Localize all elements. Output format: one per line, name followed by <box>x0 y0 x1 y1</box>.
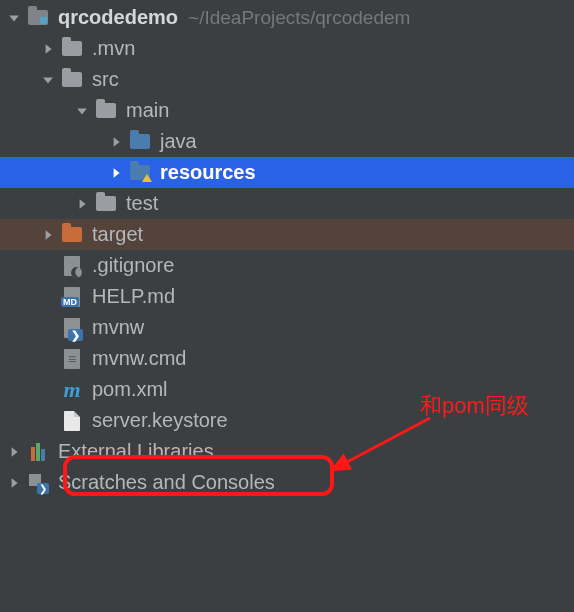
source-folder-icon <box>128 130 152 154</box>
node-label: mvnw.cmd <box>92 347 186 370</box>
scratches-icon <box>26 471 50 495</box>
text-file-icon <box>60 347 84 371</box>
node-label: pom.xml <box>92 378 168 401</box>
chevron-right-icon[interactable] <box>108 134 124 150</box>
tree-node-main[interactable]: main <box>0 95 574 126</box>
tree-node-test[interactable]: test <box>0 188 574 219</box>
tree-node-pom[interactable]: m pom.xml <box>0 374 574 405</box>
node-label: HELP.md <box>92 285 175 308</box>
folder-icon <box>94 192 118 216</box>
project-tree[interactable]: qrcodedemo ~/IdeaProjects/qrcodedem .mvn… <box>0 0 574 498</box>
tree-node-resources[interactable]: resources <box>0 157 574 188</box>
libraries-icon <box>26 440 50 464</box>
markdown-file-icon <box>60 285 84 309</box>
node-label: server.keystore <box>92 409 228 432</box>
chevron-down-icon[interactable] <box>74 103 90 119</box>
node-label: target <box>92 223 143 246</box>
gitignore-file-icon <box>60 254 84 278</box>
chevron-right-icon[interactable] <box>40 41 56 57</box>
chevron-right-icon[interactable] <box>74 196 90 212</box>
chevron-right-icon[interactable] <box>108 165 124 181</box>
maven-file-icon: m <box>60 378 84 402</box>
tree-node-java[interactable]: java <box>0 126 574 157</box>
folder-icon <box>60 37 84 61</box>
tree-node-src[interactable]: src <box>0 64 574 95</box>
chevron-right-icon[interactable] <box>6 444 22 460</box>
node-label: test <box>126 192 158 215</box>
tree-node-project-root[interactable]: qrcodedemo ~/IdeaProjects/qrcodedem <box>0 2 574 33</box>
node-label: .gitignore <box>92 254 174 277</box>
project-name: qrcodedemo <box>58 6 178 29</box>
node-label: Scratches and Consoles <box>58 471 275 494</box>
excluded-folder-icon <box>60 223 84 247</box>
tree-node-target[interactable]: target <box>0 219 574 250</box>
node-label: resources <box>160 161 256 184</box>
folder-icon <box>60 68 84 92</box>
tree-node-mvn[interactable]: .mvn <box>0 33 574 64</box>
node-label: .mvn <box>92 37 135 60</box>
tree-node-mvnw[interactable]: mvnw <box>0 312 574 343</box>
module-folder-icon <box>26 6 50 30</box>
tree-node-server-keystore[interactable]: server.keystore <box>0 405 574 436</box>
resources-folder-icon <box>128 161 152 185</box>
chevron-down-icon[interactable] <box>40 72 56 88</box>
chevron-down-icon[interactable] <box>6 10 22 26</box>
tree-node-help-md[interactable]: HELP.md <box>0 281 574 312</box>
project-path-hint: ~/IdeaProjects/qrcodedem <box>188 7 410 29</box>
plain-file-icon <box>60 409 84 433</box>
shell-file-icon <box>60 316 84 340</box>
node-label: src <box>92 68 119 91</box>
folder-icon <box>94 99 118 123</box>
chevron-right-icon[interactable] <box>40 227 56 243</box>
node-label: java <box>160 130 197 153</box>
tree-node-external-libraries[interactable]: External Libraries <box>0 436 574 467</box>
node-label: main <box>126 99 169 122</box>
node-label: External Libraries <box>58 440 214 463</box>
tree-node-scratches[interactable]: Scratches and Consoles <box>0 467 574 498</box>
tree-node-gitignore[interactable]: .gitignore <box>0 250 574 281</box>
tree-node-mvnw-cmd[interactable]: mvnw.cmd <box>0 343 574 374</box>
chevron-right-icon[interactable] <box>6 475 22 491</box>
node-label: mvnw <box>92 316 144 339</box>
